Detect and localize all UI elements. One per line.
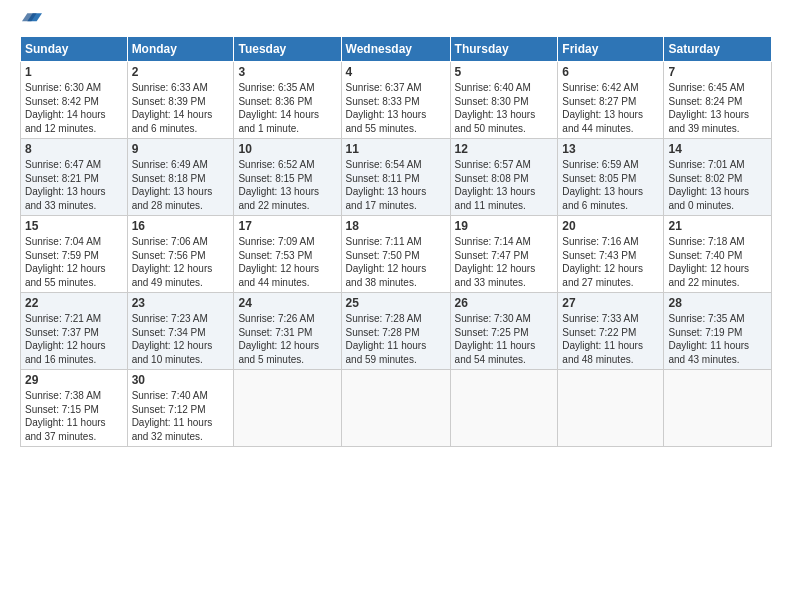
day-info: Sunrise: 6:45 AMSunset: 8:24 PMDaylight:…	[668, 81, 767, 135]
day-info-line: and 5 minutes.	[238, 354, 304, 365]
day-info-line: Daylight: 13 hours	[346, 109, 427, 120]
day-number: 1	[25, 65, 123, 79]
day-info-line: Daylight: 13 hours	[668, 109, 749, 120]
day-info-line: Daylight: 13 hours	[455, 109, 536, 120]
day-number: 3	[238, 65, 336, 79]
day-info: Sunrise: 7:04 AMSunset: 7:59 PMDaylight:…	[25, 235, 123, 289]
logo-icon	[22, 6, 42, 26]
day-info-line: Sunrise: 7:06 AM	[132, 236, 208, 247]
calendar-cell: 12Sunrise: 6:57 AMSunset: 8:08 PMDayligh…	[450, 139, 558, 216]
day-info-line: Sunset: 7:37 PM	[25, 327, 99, 338]
calendar-week-row: 22Sunrise: 7:21 AMSunset: 7:37 PMDayligh…	[21, 293, 772, 370]
calendar-cell: 6Sunrise: 6:42 AMSunset: 8:27 PMDaylight…	[558, 62, 664, 139]
day-info-line: Sunrise: 7:26 AM	[238, 313, 314, 324]
day-number: 4	[346, 65, 446, 79]
day-number: 26	[455, 296, 554, 310]
day-info: Sunrise: 7:33 AMSunset: 7:22 PMDaylight:…	[562, 312, 659, 366]
day-info-line: and 37 minutes.	[25, 431, 96, 442]
day-info-line: Sunrise: 7:01 AM	[668, 159, 744, 170]
calendar-day-header: Monday	[127, 37, 234, 62]
day-info-line: and 38 minutes.	[346, 277, 417, 288]
calendar-cell: 19Sunrise: 7:14 AMSunset: 7:47 PMDayligh…	[450, 216, 558, 293]
day-info-line: Sunrise: 7:38 AM	[25, 390, 101, 401]
day-number: 11	[346, 142, 446, 156]
day-info-line: and 50 minutes.	[455, 123, 526, 134]
calendar-cell: 20Sunrise: 7:16 AMSunset: 7:43 PMDayligh…	[558, 216, 664, 293]
day-info: Sunrise: 6:49 AMSunset: 8:18 PMDaylight:…	[132, 158, 230, 212]
day-info: Sunrise: 6:30 AMSunset: 8:42 PMDaylight:…	[25, 81, 123, 135]
day-number: 17	[238, 219, 336, 233]
day-info: Sunrise: 6:52 AMSunset: 8:15 PMDaylight:…	[238, 158, 336, 212]
day-info-line: and 59 minutes.	[346, 354, 417, 365]
day-info-line: Daylight: 13 hours	[238, 186, 319, 197]
calendar-cell: 30Sunrise: 7:40 AMSunset: 7:12 PMDayligh…	[127, 370, 234, 447]
day-info-line: Daylight: 12 hours	[238, 340, 319, 351]
day-info-line: Sunset: 8:27 PM	[562, 96, 636, 107]
calendar-cell	[341, 370, 450, 447]
day-number: 6	[562, 65, 659, 79]
calendar-cell: 10Sunrise: 6:52 AMSunset: 8:15 PMDayligh…	[234, 139, 341, 216]
calendar-day-header: Wednesday	[341, 37, 450, 62]
day-info-line: Daylight: 12 hours	[668, 263, 749, 274]
day-info-line: Daylight: 12 hours	[346, 263, 427, 274]
calendar-day-header: Saturday	[664, 37, 772, 62]
day-number: 29	[25, 373, 123, 387]
calendar-cell: 13Sunrise: 6:59 AMSunset: 8:05 PMDayligh…	[558, 139, 664, 216]
day-info-line: Daylight: 14 hours	[132, 109, 213, 120]
day-number: 13	[562, 142, 659, 156]
calendar-cell: 23Sunrise: 7:23 AMSunset: 7:34 PMDayligh…	[127, 293, 234, 370]
day-info-line: and 22 minutes.	[668, 277, 739, 288]
day-info: Sunrise: 7:16 AMSunset: 7:43 PMDaylight:…	[562, 235, 659, 289]
day-info: Sunrise: 7:35 AMSunset: 7:19 PMDaylight:…	[668, 312, 767, 366]
day-info: Sunrise: 7:28 AMSunset: 7:28 PMDaylight:…	[346, 312, 446, 366]
day-info: Sunrise: 7:21 AMSunset: 7:37 PMDaylight:…	[25, 312, 123, 366]
calendar-cell: 2Sunrise: 6:33 AMSunset: 8:39 PMDaylight…	[127, 62, 234, 139]
day-info-line: Sunset: 8:39 PM	[132, 96, 206, 107]
day-info-line: Daylight: 13 hours	[562, 186, 643, 197]
day-info-line: and 12 minutes.	[25, 123, 96, 134]
day-info-line: Sunset: 7:34 PM	[132, 327, 206, 338]
calendar-cell: 7Sunrise: 6:45 AMSunset: 8:24 PMDaylight…	[664, 62, 772, 139]
day-info: Sunrise: 7:30 AMSunset: 7:25 PMDaylight:…	[455, 312, 554, 366]
day-info-line: Sunset: 8:42 PM	[25, 96, 99, 107]
day-info: Sunrise: 7:26 AMSunset: 7:31 PMDaylight:…	[238, 312, 336, 366]
day-info-line: Sunset: 8:30 PM	[455, 96, 529, 107]
day-info: Sunrise: 7:23 AMSunset: 7:34 PMDaylight:…	[132, 312, 230, 366]
day-info-line: and 32 minutes.	[132, 431, 203, 442]
day-info-line: Sunset: 8:05 PM	[562, 173, 636, 184]
calendar-body: 1Sunrise: 6:30 AMSunset: 8:42 PMDaylight…	[21, 62, 772, 447]
calendar-cell: 8Sunrise: 6:47 AMSunset: 8:21 PMDaylight…	[21, 139, 128, 216]
day-info-line: Sunrise: 6:42 AM	[562, 82, 638, 93]
calendar-cell: 25Sunrise: 7:28 AMSunset: 7:28 PMDayligh…	[341, 293, 450, 370]
day-info-line: Sunset: 8:18 PM	[132, 173, 206, 184]
day-info-line: Sunset: 8:08 PM	[455, 173, 529, 184]
day-info-line: Sunrise: 6:45 AM	[668, 82, 744, 93]
calendar-cell: 16Sunrise: 7:06 AMSunset: 7:56 PMDayligh…	[127, 216, 234, 293]
day-info-line: Sunset: 7:22 PM	[562, 327, 636, 338]
day-number: 24	[238, 296, 336, 310]
day-info-line: Sunrise: 7:09 AM	[238, 236, 314, 247]
day-info: Sunrise: 6:40 AMSunset: 8:30 PMDaylight:…	[455, 81, 554, 135]
day-info-line: Sunrise: 6:37 AM	[346, 82, 422, 93]
day-info-line: Sunrise: 7:21 AM	[25, 313, 101, 324]
day-info-line: Daylight: 13 hours	[346, 186, 427, 197]
day-info-line: Daylight: 11 hours	[346, 340, 427, 351]
day-info-line: and 28 minutes.	[132, 200, 203, 211]
day-info-line: Daylight: 11 hours	[25, 417, 106, 428]
day-info-line: Sunrise: 7:28 AM	[346, 313, 422, 324]
day-info-line: Daylight: 12 hours	[25, 263, 106, 274]
day-info-line: Sunset: 7:31 PM	[238, 327, 312, 338]
day-info-line: Daylight: 12 hours	[562, 263, 643, 274]
day-info-line: and 0 minutes.	[668, 200, 734, 211]
day-info-line: Sunset: 8:36 PM	[238, 96, 312, 107]
day-info-line: Sunset: 7:12 PM	[132, 404, 206, 415]
day-info-line: Daylight: 11 hours	[668, 340, 749, 351]
day-info-line: Sunrise: 7:40 AM	[132, 390, 208, 401]
day-info-line: and 27 minutes.	[562, 277, 633, 288]
calendar-cell: 18Sunrise: 7:11 AMSunset: 7:50 PMDayligh…	[341, 216, 450, 293]
day-info: Sunrise: 7:06 AMSunset: 7:56 PMDaylight:…	[132, 235, 230, 289]
day-number: 28	[668, 296, 767, 310]
day-number: 20	[562, 219, 659, 233]
day-info-line: Sunrise: 6:52 AM	[238, 159, 314, 170]
day-info-line: and 39 minutes.	[668, 123, 739, 134]
